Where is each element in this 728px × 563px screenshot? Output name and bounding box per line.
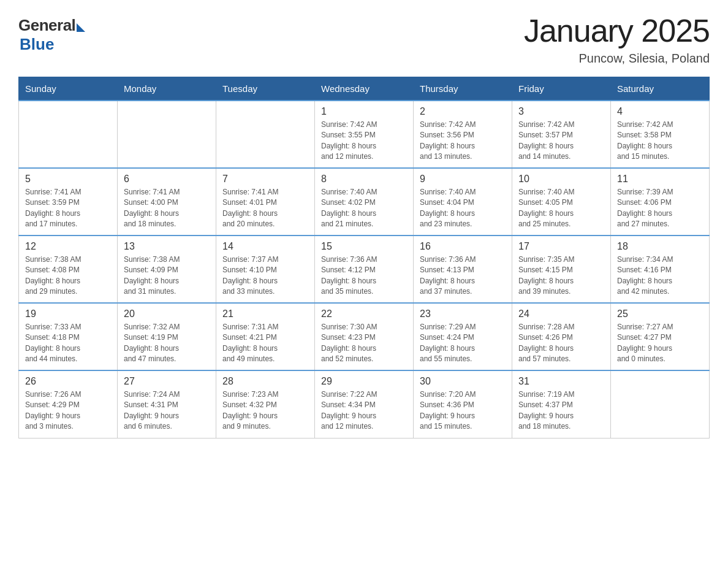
day-number: 7 (222, 174, 308, 185)
calendar-cell: 10Sunrise: 7:40 AMSunset: 4:05 PMDayligh… (512, 168, 611, 236)
day-info: Sunrise: 7:23 AMSunset: 4:32 PMDaylight:… (222, 389, 308, 432)
day-info: Sunrise: 7:42 AMSunset: 3:58 PMDaylight:… (617, 120, 703, 163)
day-number: 10 (518, 174, 604, 185)
day-number: 22 (321, 308, 407, 320)
day-number: 2 (420, 106, 506, 117)
calendar-cell: 7Sunrise: 7:41 AMSunset: 4:01 PMDaylight… (216, 168, 315, 236)
calendar-header-row: SundayMondayTuesdayWednesdayThursdayFrid… (19, 77, 710, 101)
header-day-friday: Friday (512, 77, 611, 101)
day-info: Sunrise: 7:32 AMSunset: 4:19 PMDaylight:… (124, 322, 210, 365)
page-header: General Blue January 2025 Puncow, Silesi… (18, 12, 710, 66)
day-info: Sunrise: 7:41 AMSunset: 4:01 PMDaylight:… (222, 187, 308, 230)
day-info: Sunrise: 7:36 AMSunset: 4:13 PMDaylight:… (420, 255, 506, 297)
calendar-cell: 19Sunrise: 7:33 AMSunset: 4:18 PMDayligh… (19, 303, 118, 370)
calendar-cell: 1Sunrise: 7:42 AMSunset: 3:55 PMDaylight… (315, 101, 414, 168)
calendar-cell: 20Sunrise: 7:32 AMSunset: 4:19 PMDayligh… (118, 303, 216, 370)
calendar-cell: 13Sunrise: 7:38 AMSunset: 4:09 PMDayligh… (118, 236, 216, 303)
calendar-cell: 12Sunrise: 7:38 AMSunset: 4:08 PMDayligh… (19, 236, 118, 303)
day-number: 27 (124, 376, 210, 387)
calendar-week-row: 26Sunrise: 7:26 AMSunset: 4:29 PMDayligh… (19, 370, 710, 438)
day-number: 20 (124, 308, 210, 320)
day-info: Sunrise: 7:37 AMSunset: 4:10 PMDaylight:… (222, 255, 308, 297)
calendar-cell: 17Sunrise: 7:35 AMSunset: 4:15 PMDayligh… (512, 236, 611, 303)
calendar-cell: 4Sunrise: 7:42 AMSunset: 3:58 PMDaylight… (611, 101, 710, 168)
day-number: 3 (518, 106, 604, 117)
day-number: 30 (420, 376, 506, 387)
calendar-cell: 2Sunrise: 7:42 AMSunset: 3:56 PMDaylight… (414, 101, 512, 168)
calendar-cell (118, 101, 216, 168)
calendar-cell: 8Sunrise: 7:40 AMSunset: 4:02 PMDaylight… (315, 168, 414, 236)
day-info: Sunrise: 7:20 AMSunset: 4:36 PMDaylight:… (420, 389, 506, 432)
day-info: Sunrise: 7:19 AMSunset: 4:37 PMDaylight:… (518, 389, 604, 432)
day-number: 13 (124, 241, 210, 252)
day-info: Sunrise: 7:29 AMSunset: 4:24 PMDaylight:… (420, 322, 506, 365)
day-info: Sunrise: 7:40 AMSunset: 4:04 PMDaylight:… (420, 187, 506, 230)
day-number: 26 (25, 376, 111, 387)
day-info: Sunrise: 7:38 AMSunset: 4:08 PMDaylight:… (25, 255, 111, 297)
day-info: Sunrise: 7:36 AMSunset: 4:12 PMDaylight:… (321, 255, 407, 297)
calendar-cell: 28Sunrise: 7:23 AMSunset: 4:32 PMDayligh… (216, 370, 315, 438)
day-info: Sunrise: 7:26 AMSunset: 4:29 PMDaylight:… (25, 389, 111, 432)
calendar-week-row: 1Sunrise: 7:42 AMSunset: 3:55 PMDaylight… (19, 101, 710, 168)
calendar-week-row: 19Sunrise: 7:33 AMSunset: 4:18 PMDayligh… (19, 303, 710, 370)
logo-general-text: General (18, 16, 75, 35)
logo-blue-text: Blue (20, 35, 54, 54)
day-info: Sunrise: 7:30 AMSunset: 4:23 PMDaylight:… (321, 322, 407, 365)
day-info: Sunrise: 7:39 AMSunset: 4:06 PMDaylight:… (617, 187, 703, 230)
day-info: Sunrise: 7:40 AMSunset: 4:05 PMDaylight:… (518, 187, 604, 230)
calendar-cell: 11Sunrise: 7:39 AMSunset: 4:06 PMDayligh… (611, 168, 710, 236)
calendar-cell: 15Sunrise: 7:36 AMSunset: 4:12 PMDayligh… (315, 236, 414, 303)
day-info: Sunrise: 7:28 AMSunset: 4:26 PMDaylight:… (518, 322, 604, 365)
day-number: 31 (518, 376, 604, 387)
day-number: 25 (617, 308, 703, 320)
calendar-cell: 25Sunrise: 7:27 AMSunset: 4:27 PMDayligh… (611, 303, 710, 370)
calendar-cell: 30Sunrise: 7:20 AMSunset: 4:36 PMDayligh… (414, 370, 512, 438)
calendar-cell (216, 101, 315, 168)
title-section: January 2025 Puncow, Silesia, Poland (524, 12, 710, 66)
logo: General Blue (18, 16, 85, 54)
calendar-cell: 27Sunrise: 7:24 AMSunset: 4:31 PMDayligh… (118, 370, 216, 438)
day-number: 1 (321, 106, 407, 117)
day-number: 8 (321, 174, 407, 185)
day-number: 15 (321, 241, 407, 252)
calendar-cell: 24Sunrise: 7:28 AMSunset: 4:26 PMDayligh… (512, 303, 611, 370)
calendar-cell: 23Sunrise: 7:29 AMSunset: 4:24 PMDayligh… (414, 303, 512, 370)
calendar-cell (19, 101, 118, 168)
day-info: Sunrise: 7:33 AMSunset: 4:18 PMDaylight:… (25, 322, 111, 365)
header-day-tuesday: Tuesday (216, 77, 315, 101)
day-number: 6 (124, 174, 210, 185)
day-number: 14 (222, 241, 308, 252)
header-day-thursday: Thursday (414, 77, 512, 101)
calendar-cell: 29Sunrise: 7:22 AMSunset: 4:34 PMDayligh… (315, 370, 414, 438)
header-day-sunday: Sunday (19, 77, 118, 101)
calendar-cell: 22Sunrise: 7:30 AMSunset: 4:23 PMDayligh… (315, 303, 414, 370)
day-number: 5 (25, 174, 111, 185)
header-day-saturday: Saturday (611, 77, 710, 101)
calendar-title: January 2025 (524, 12, 710, 49)
calendar-cell: 3Sunrise: 7:42 AMSunset: 3:57 PMDaylight… (512, 101, 611, 168)
day-info: Sunrise: 7:24 AMSunset: 4:31 PMDaylight:… (124, 389, 210, 432)
day-info: Sunrise: 7:42 AMSunset: 3:57 PMDaylight:… (518, 120, 604, 163)
calendar-cell: 5Sunrise: 7:41 AMSunset: 3:59 PMDaylight… (19, 168, 118, 236)
calendar-cell: 21Sunrise: 7:31 AMSunset: 4:21 PMDayligh… (216, 303, 315, 370)
day-number: 23 (420, 308, 506, 320)
day-info: Sunrise: 7:22 AMSunset: 4:34 PMDaylight:… (321, 389, 407, 432)
calendar-cell: 26Sunrise: 7:26 AMSunset: 4:29 PMDayligh… (19, 370, 118, 438)
day-number: 19 (25, 308, 111, 320)
calendar-cell: 6Sunrise: 7:41 AMSunset: 4:00 PMDaylight… (118, 168, 216, 236)
day-info: Sunrise: 7:40 AMSunset: 4:02 PMDaylight:… (321, 187, 407, 230)
day-number: 17 (518, 241, 604, 252)
calendar-subtitle: Puncow, Silesia, Poland (524, 52, 710, 66)
calendar-week-row: 12Sunrise: 7:38 AMSunset: 4:08 PMDayligh… (19, 236, 710, 303)
calendar-table: SundayMondayTuesdayWednesdayThursdayFrid… (18, 77, 710, 439)
day-info: Sunrise: 7:31 AMSunset: 4:21 PMDaylight:… (222, 322, 308, 365)
day-info: Sunrise: 7:42 AMSunset: 3:55 PMDaylight:… (321, 120, 407, 163)
header-day-wednesday: Wednesday (315, 77, 414, 101)
logo-arrow-icon (77, 23, 85, 32)
calendar-cell: 16Sunrise: 7:36 AMSunset: 4:13 PMDayligh… (414, 236, 512, 303)
calendar-cell: 18Sunrise: 7:34 AMSunset: 4:16 PMDayligh… (611, 236, 710, 303)
day-info: Sunrise: 7:27 AMSunset: 4:27 PMDaylight:… (617, 322, 703, 365)
day-info: Sunrise: 7:42 AMSunset: 3:56 PMDaylight:… (420, 120, 506, 163)
calendar-week-row: 5Sunrise: 7:41 AMSunset: 3:59 PMDaylight… (19, 168, 710, 236)
day-info: Sunrise: 7:38 AMSunset: 4:09 PMDaylight:… (124, 255, 210, 297)
